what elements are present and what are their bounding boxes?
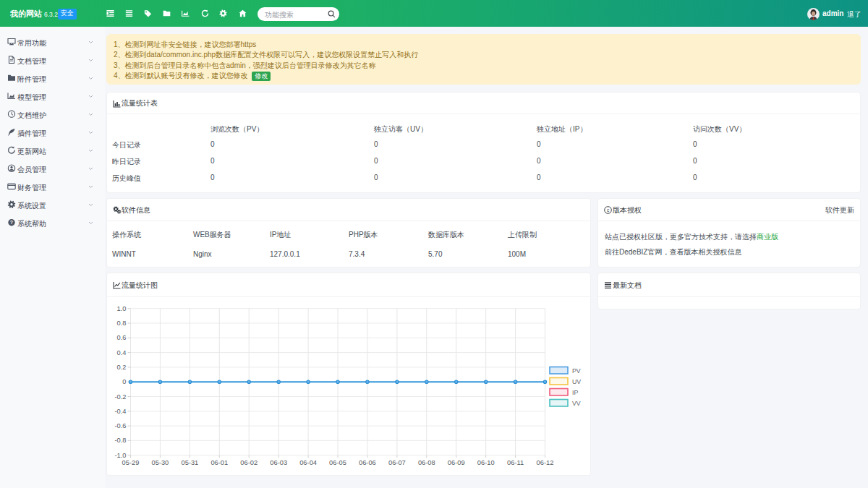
svg-text:0.6: 0.6	[117, 334, 127, 341]
svg-text:-1.0: -1.0	[114, 452, 126, 459]
svg-text:IP: IP	[572, 389, 578, 396]
svg-text:VV: VV	[572, 400, 581, 407]
svg-text:06-02: 06-02	[240, 459, 258, 466]
svg-text:-0.4: -0.4	[114, 408, 126, 415]
svg-text:05-31: 05-31	[182, 459, 199, 466]
svg-text:1.0: 1.0	[117, 305, 127, 312]
svg-text:UV: UV	[572, 378, 581, 385]
svg-text:06-03: 06-03	[270, 459, 287, 466]
svg-text:05-29: 05-29	[122, 459, 140, 466]
svg-text:c: c	[607, 207, 610, 213]
svg-text:?: ?	[10, 220, 13, 225]
svg-text:06-12: 06-12	[537, 459, 554, 466]
svg-text:0.2: 0.2	[117, 364, 127, 371]
svg-text:06-07: 06-07	[388, 459, 406, 466]
svg-text:-0.8: -0.8	[114, 437, 126, 444]
svg-text:06-04: 06-04	[299, 459, 317, 466]
svg-text:06-01: 06-01	[210, 459, 228, 466]
svg-text:06-08: 06-08	[418, 459, 435, 466]
svg-text:0.8: 0.8	[117, 320, 127, 327]
svg-text:06-06: 06-06	[359, 459, 376, 466]
svg-text:PV: PV	[572, 367, 581, 374]
svg-text:-0.6: -0.6	[114, 422, 126, 429]
svg-text:06-11: 06-11	[507, 459, 524, 466]
svg-text:05-30: 05-30	[152, 459, 169, 466]
svg-text:0: 0	[122, 378, 126, 385]
svg-text:06-05: 06-05	[329, 459, 346, 466]
svg-text:06-09: 06-09	[448, 459, 465, 466]
svg-text:06-10: 06-10	[477, 459, 495, 466]
svg-text:0.4: 0.4	[117, 349, 127, 356]
svg-text:-0.2: -0.2	[114, 393, 126, 401]
